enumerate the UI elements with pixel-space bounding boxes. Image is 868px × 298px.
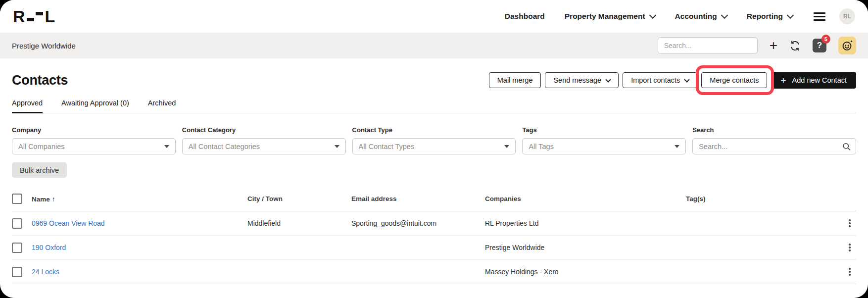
column-header-companies[interactable]: Companies bbox=[485, 195, 686, 202]
context-bar-actions: + ? 5 bbox=[658, 37, 856, 54]
tags-select[interactable]: All Tags bbox=[522, 138, 686, 154]
chevron-down-icon bbox=[684, 77, 690, 82]
caret-down-icon bbox=[675, 145, 679, 148]
current-context-label: Prestige Worldwide bbox=[12, 42, 76, 50]
caret-down-icon bbox=[164, 145, 169, 148]
contacts-table: Name↑ City / Town Email address Companie… bbox=[12, 190, 856, 284]
help-button[interactable]: ? 5 bbox=[813, 39, 826, 52]
row-checkbox[interactable] bbox=[12, 243, 22, 253]
main-nav: Dashboard Property Management Accounting… bbox=[505, 12, 793, 21]
companies-cell: Prestige Worldwide bbox=[485, 244, 686, 251]
page-header: Contacts Mail merge Send message Import … bbox=[12, 71, 856, 89]
re-leased-logo[interactable]: R L bbox=[13, 8, 54, 25]
select-all-checkbox[interactable] bbox=[12, 194, 22, 204]
filter-category-label: Contact Category bbox=[182, 126, 346, 134]
contact-type-select[interactable]: All Contact Types bbox=[352, 138, 516, 154]
contacts-toolbar: Mail merge Send message Import contacts … bbox=[489, 72, 856, 89]
filter-company-label: Company bbox=[12, 126, 176, 134]
page-title: Contacts bbox=[12, 73, 68, 88]
chevron-down-icon bbox=[649, 11, 656, 18]
filter-contact-category: Contact Category All Contact Categories bbox=[182, 126, 346, 154]
company-select[interactable]: All Companies bbox=[12, 138, 176, 154]
refresh-button[interactable] bbox=[789, 40, 801, 51]
notification-badge: 5 bbox=[821, 35, 830, 44]
table-header-row: Name↑ City / Town Email address Companie… bbox=[12, 190, 856, 211]
table-row: 24 Locks Massey Holdings - Xero bbox=[12, 260, 856, 284]
contact-name-link[interactable]: 24 Locks bbox=[32, 268, 59, 276]
logo-letter-r: R bbox=[13, 8, 25, 25]
tab-archived[interactable]: Archived bbox=[148, 99, 176, 113]
nav-accounting[interactable]: Accounting bbox=[675, 12, 727, 21]
contact-name-link[interactable]: 0969 Ocean View Road bbox=[32, 219, 105, 227]
search-icon bbox=[842, 142, 851, 151]
chevron-down-icon bbox=[721, 11, 728, 18]
chevron-down-icon bbox=[606, 77, 611, 82]
send-message-button[interactable]: Send message bbox=[545, 72, 619, 88]
city-cell: Middlefield bbox=[247, 219, 351, 227]
caret-down-icon bbox=[335, 145, 339, 148]
table-row: 190 Oxford Prestige Worldwide bbox=[12, 236, 856, 260]
filter-bar: Company All Companies Contact Category A… bbox=[12, 126, 856, 154]
bulk-archive-button[interactable]: Bulk archive bbox=[12, 162, 67, 178]
filter-search-label: Search bbox=[692, 126, 856, 134]
column-header-city[interactable]: City / Town bbox=[247, 195, 351, 202]
logo-letter-l: L bbox=[45, 8, 55, 25]
sort-asc-icon: ↑ bbox=[52, 195, 55, 203]
filter-tags: Tags All Tags bbox=[522, 126, 686, 154]
filter-search: Search bbox=[692, 126, 856, 154]
support-face-icon bbox=[841, 40, 853, 51]
context-bar: Prestige Worldwide + ? 5 bbox=[0, 33, 868, 58]
column-header-tags[interactable]: Tag(s) bbox=[686, 195, 836, 202]
support-chat-button[interactable] bbox=[838, 37, 856, 54]
row-actions-kebab[interactable] bbox=[843, 265, 856, 278]
filter-type-label: Contact Type bbox=[352, 126, 516, 134]
plus-icon: + bbox=[780, 76, 786, 85]
chevron-down-icon bbox=[787, 11, 794, 18]
row-checkbox[interactable] bbox=[12, 218, 22, 229]
contacts-tabs: Approved Awaiting Approval (0) Archived bbox=[12, 99, 856, 113]
email-cell: Sporting_goods@intuit.com bbox=[351, 219, 485, 227]
merge-contacts-button[interactable]: Merge contacts bbox=[701, 72, 767, 88]
annotation-highlight: Merge contacts bbox=[701, 72, 767, 88]
add-new-contact-button[interactable]: + Add new Contact bbox=[771, 72, 856, 89]
column-header-email[interactable]: Email address bbox=[351, 195, 485, 202]
refresh-icon bbox=[789, 40, 801, 51]
quick-add-button[interactable]: + bbox=[770, 39, 777, 52]
contact-name-link[interactable]: 190 Oxford bbox=[32, 244, 66, 251]
row-actions-kebab[interactable] bbox=[843, 241, 856, 254]
nav-property-management[interactable]: Property Management bbox=[565, 12, 655, 21]
companies-cell: RL Properties Ltd bbox=[485, 219, 686, 227]
question-mark-icon: ? bbox=[817, 41, 822, 50]
filter-company: Company All Companies bbox=[12, 126, 176, 154]
filter-contact-type: Contact Type All Contact Types bbox=[352, 126, 516, 154]
row-checkbox[interactable] bbox=[12, 267, 22, 277]
contacts-page: Contacts Mail merge Send message Import … bbox=[0, 71, 868, 284]
filter-tags-label: Tags bbox=[522, 126, 686, 134]
contact-category-select[interactable]: All Contact Categories bbox=[182, 138, 346, 154]
hamburger-icon bbox=[814, 12, 825, 14]
import-contacts-button[interactable]: Import contacts bbox=[623, 72, 697, 88]
top-header: R L Dashboard Property Management Accoun… bbox=[0, 0, 868, 33]
user-avatar[interactable]: RL bbox=[839, 8, 855, 24]
plus-icon: + bbox=[770, 39, 777, 52]
tab-awaiting-approval[interactable]: Awaiting Approval (0) bbox=[61, 99, 129, 113]
row-actions-kebab[interactable] bbox=[843, 217, 856, 230]
nav-dashboard[interactable]: Dashboard bbox=[505, 12, 545, 21]
global-search-input[interactable] bbox=[658, 37, 758, 54]
caret-down-icon bbox=[504, 145, 509, 148]
contacts-search-input[interactable] bbox=[692, 138, 856, 154]
logo-dashes-icon bbox=[27, 12, 43, 21]
app-window: R L Dashboard Property Management Accoun… bbox=[0, 0, 868, 298]
companies-cell: Massey Holdings - Xero bbox=[485, 268, 686, 276]
column-header-name[interactable]: Name↑ bbox=[32, 195, 247, 203]
mail-merge-button[interactable]: Mail merge bbox=[489, 72, 541, 88]
tab-approved[interactable]: Approved bbox=[12, 99, 43, 113]
table-row: 0969 Ocean View Road Middlefield Sportin… bbox=[12, 211, 856, 236]
menu-button[interactable] bbox=[813, 10, 826, 23]
nav-reporting[interactable]: Reporting bbox=[747, 12, 793, 21]
